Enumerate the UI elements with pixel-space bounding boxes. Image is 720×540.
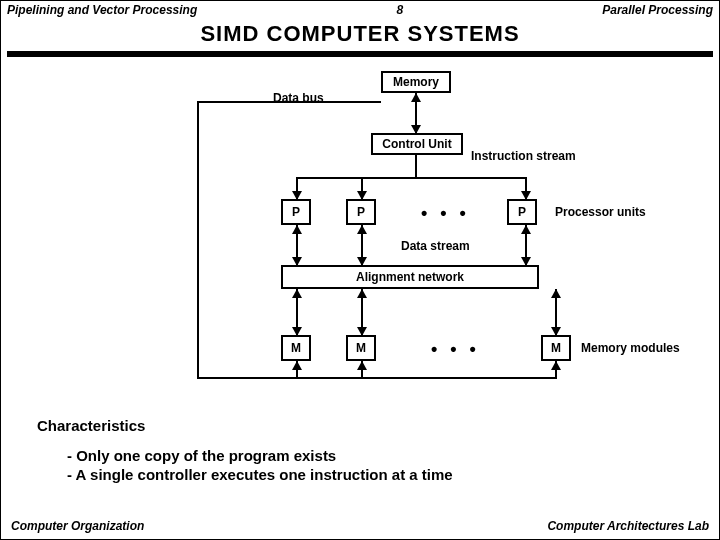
control-unit-label: Control Unit — [382, 137, 451, 151]
control-unit-box: Control Unit — [371, 133, 463, 155]
bullet-2: - A single controller executes one instr… — [67, 466, 453, 485]
alignment-network-label: Alignment network — [356, 270, 464, 284]
arrow-p1-up — [292, 225, 302, 234]
data-stream-label: Data stream — [401, 239, 470, 253]
memory-ellipsis: • • • — [431, 339, 480, 360]
loop-d1-up — [292, 361, 302, 370]
slide: Pipelining and Vector Processing 8 Paral… — [0, 0, 720, 540]
processor-label-1: P — [292, 205, 300, 219]
arrow-m2-up — [357, 289, 367, 298]
loop-d2-up — [357, 361, 367, 370]
arrow-m1-up — [292, 289, 302, 298]
footer-left: Computer Organization — [11, 519, 144, 533]
bullet-1: - Only one copy of the program exists — [67, 447, 453, 466]
bullet-list: - Only one copy of the program exists - … — [67, 447, 453, 485]
loop-bottom-bus — [197, 377, 557, 379]
loop-d3-up — [551, 361, 561, 370]
page-number: 8 — [396, 3, 403, 17]
memory-module-label-1: M — [291, 341, 301, 355]
memory-module-label-n: M — [551, 341, 561, 355]
footer-bar: Computer Organization Computer Architect… — [1, 519, 719, 533]
arrow-memory-up — [411, 93, 421, 102]
footer-right: Computer Architectures Lab — [547, 519, 709, 533]
line-cu-bus — [415, 155, 417, 177]
header-bar: Pipelining and Vector Processing 8 Paral… — [1, 1, 719, 17]
processor-units-label: Processor units — [555, 205, 646, 219]
instruction-stream-label: Instruction stream — [471, 149, 576, 163]
memory-module-label-2: M — [356, 341, 366, 355]
processor-box-2: P — [346, 199, 376, 225]
alignment-network-box: Alignment network — [281, 265, 539, 289]
header-right: Parallel Processing — [602, 3, 713, 17]
arrow-p2-up — [357, 225, 367, 234]
arrow-mn-up — [551, 289, 561, 298]
memory-label: Memory — [393, 75, 439, 89]
processor-box-n: P — [507, 199, 537, 225]
slide-title: SIMD COMPUTER SYSTEMS — [1, 21, 719, 47]
characteristics-heading: Characteristics — [37, 417, 145, 434]
line-databus-to-memory — [269, 101, 381, 103]
processor-label-n: P — [518, 205, 526, 219]
memory-module-box-2: M — [346, 335, 376, 361]
loop-left-vertical — [197, 101, 199, 379]
loop-top-horizontal — [197, 101, 271, 103]
diagram: Memory Data bus Control Unit Instruction… — [1, 57, 719, 417]
memory-box: Memory — [381, 71, 451, 93]
processor-label-2: P — [357, 205, 365, 219]
processor-ellipsis: • • • — [421, 203, 470, 224]
memory-module-box-1: M — [281, 335, 311, 361]
memory-module-box-n: M — [541, 335, 571, 361]
memory-modules-label: Memory modules — [581, 341, 680, 355]
arrow-pn-up — [521, 225, 531, 234]
header-left: Pipelining and Vector Processing — [7, 3, 197, 17]
bus-processors — [296, 177, 526, 179]
processor-box-1: P — [281, 199, 311, 225]
